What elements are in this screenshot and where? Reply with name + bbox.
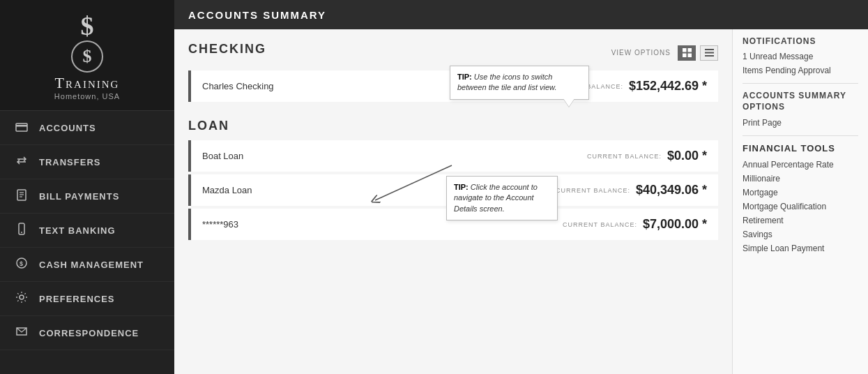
cash-management-label: Cash Management [39, 260, 144, 270]
sidebar-item-transfers[interactable]: Transfers [0, 145, 174, 179]
transfers-icon [14, 154, 29, 170]
svg-point-9 [21, 232, 22, 233]
tool-mortgage-qualification[interactable]: Mortgage Qualification [743, 200, 858, 214]
tool-mortgage[interactable]: Mortgage [743, 186, 858, 200]
page-title: Accounts Summary [188, 9, 326, 21]
loan-account-name-0: Boat Loan [202, 151, 243, 161]
loan-account-row-0[interactable]: Boat Loan Current Balance: $0.00 * [188, 140, 718, 172]
svg-rect-13 [683, 48, 687, 52]
svg-rect-15 [683, 54, 687, 58]
view-options-area: View Options [611, 45, 718, 61]
svg-rect-18 [705, 52, 714, 54]
accounts-label: Accounts [39, 123, 96, 133]
loan-balance-label-1: Current Balance: [556, 187, 630, 194]
logo-subtitle: Hometown, USA [7, 92, 167, 100]
top-bar: Accounts Summary [174, 0, 868, 29]
list-view-button[interactable] [700, 45, 718, 61]
view-options-label: View Options [611, 49, 671, 57]
loan-balance-amount-2: $7,000.00 * [643, 217, 707, 232]
checking-section-header: Checking View Options [188, 42, 718, 63]
right-sidebar: NOTIFICATIONS 1 Unread Message Items Pen… [732, 29, 868, 374]
loan-account-name-2: ******963 [202, 219, 238, 230]
unread-message-link[interactable]: 1 Unread Message [743, 50, 858, 63]
sidebar-item-accounts[interactable]: Accounts [0, 111, 174, 145]
sidebar: $ $ Training Hometown, USA Accounts Tran… [0, 0, 174, 374]
loan-balance-area-1: Current Balance: $40,349.06 * [556, 183, 707, 197]
preferences-label: Preferences [39, 294, 115, 304]
notifications-header: NOTIFICATIONS [743, 36, 858, 46]
checking-account-name-0: Charles Checking [202, 81, 274, 91]
sidebar-item-cash-management[interactable]: $ Cash Management [0, 248, 174, 282]
transfers-label: Transfers [39, 157, 100, 167]
correspondence-label: Correspondence [39, 328, 139, 338]
sidebar-item-preferences[interactable]: Preferences [0, 282, 174, 316]
svg-rect-2 [16, 124, 27, 131]
svg-text:$: $ [83, 46, 92, 66]
content-wrap: TIP: Use the icons to switch between the… [174, 29, 868, 374]
loan-balance-label-2: Current Balance: [563, 221, 637, 228]
tool-retirement[interactable]: Retirement [743, 214, 858, 227]
tip-top-prefix: TIP: [457, 73, 472, 81]
checking-balance-amount-0: $152,442.69 * [629, 79, 707, 94]
loan-balance-amount-0: $0.00 * [667, 149, 707, 163]
loan-balance-area-2: Current Balance: $7,000.00 * [563, 217, 707, 232]
financial-tools-title: Financial Tools [743, 143, 858, 154]
logo-title: Training [7, 74, 167, 92]
sidebar-item-text-banking[interactable]: Text Banking [0, 214, 174, 248]
svg-rect-16 [687, 54, 692, 58]
tile-view-button[interactable] [678, 45, 696, 61]
bill-payments-icon [14, 188, 29, 204]
logo-area: $ $ Training Hometown, USA [0, 0, 174, 111]
svg-rect-14 [687, 48, 692, 52]
svg-text:$: $ [20, 260, 24, 267]
tip-top-tooltip: TIP: Use the icons to switch between the… [450, 66, 589, 100]
divider-2 [743, 135, 858, 136]
loan-account-name-1: Mazda Loan [202, 185, 252, 195]
sidebar-item-correspondence[interactable]: Correspondence [0, 316, 174, 350]
logo-symbol: $ $ [7, 13, 167, 74]
divider-1 [743, 83, 858, 84]
loan-balance-amount-1: $40,349.06 * [636, 183, 707, 197]
accounts-icon [14, 120, 29, 135]
svg-point-12 [20, 295, 24, 299]
center-content: TIP: Use the icons to switch between the… [174, 29, 732, 374]
svg-rect-19 [705, 55, 714, 57]
sidebar-item-bill-payments[interactable]: Bill Payments [0, 179, 174, 214]
pending-approval-link[interactable]: Items Pending Approval [743, 63, 858, 77]
loan-label: Loan [188, 119, 718, 133]
tool-savings[interactable]: Savings [743, 227, 858, 241]
tool-apr[interactable]: Annual Percentage Rate [743, 158, 858, 172]
text-banking-icon [14, 223, 29, 238]
print-page-link[interactable]: Print Page [743, 116, 858, 130]
summary-options-title: ACCOUNTS SUMMARYOPTIONS [743, 91, 858, 112]
loan-balance-area-0: Current Balance: $0.00 * [587, 149, 707, 163]
correspondence-icon [14, 325, 29, 341]
preferences-icon [14, 291, 29, 306]
tip-click-prefix: TIP: [454, 183, 469, 191]
svg-rect-17 [705, 49, 714, 50]
tip-top-text: Use the icons to switch between the tile… [457, 73, 556, 91]
cash-management-icon: $ [14, 257, 29, 272]
svg-rect-3 [16, 125, 27, 127]
tool-simple-loan[interactable]: Simple Loan Payment [743, 241, 858, 255]
checking-label: Checking [188, 42, 266, 57]
tool-millionaire[interactable]: Millionaire [743, 172, 858, 186]
tip-click-tooltip: TIP: Click the account to navigate to th… [446, 176, 558, 220]
text-banking-label: Text Banking [39, 225, 116, 236]
bill-payments-label: Bill Payments [39, 191, 119, 202]
loan-balance-label-0: Current Balance: [587, 153, 662, 160]
main-area: Accounts Summary TIP: Use the icons to s… [174, 0, 868, 374]
